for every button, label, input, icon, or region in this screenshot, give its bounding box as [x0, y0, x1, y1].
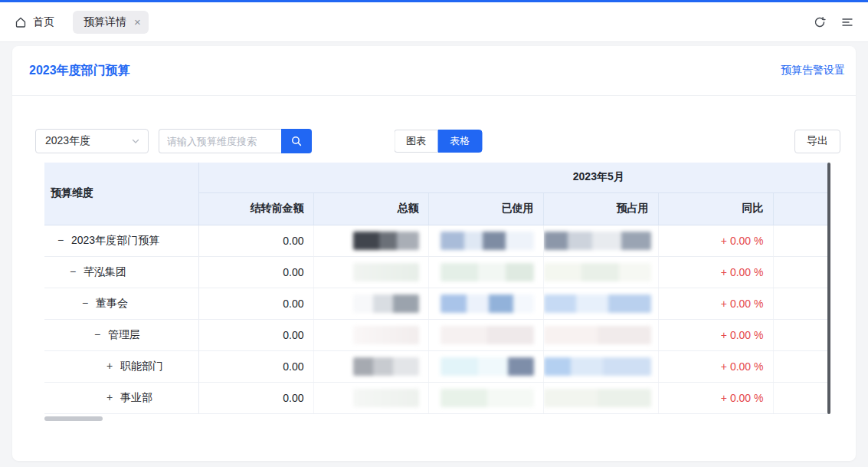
- tab-bar: 首页 预算详情 ×: [0, 2, 868, 42]
- cell-dimension: −2023年度部门预算: [44, 225, 198, 256]
- cell-yoy: + 0.00 %: [658, 319, 773, 350]
- redacted-value: [441, 232, 534, 250]
- redacted-value: [544, 263, 651, 281]
- redacted-value: [544, 232, 651, 250]
- cell-overflow: [773, 350, 830, 382]
- page-title: 2023年度部门预算: [29, 63, 130, 79]
- year-select[interactable]: 2023年度: [35, 129, 149, 153]
- cell-preoccupied-redacted: [543, 382, 658, 413]
- redacted-value: [353, 389, 419, 407]
- col-header-total: 总额: [313, 192, 428, 225]
- redacted-value: [441, 263, 534, 281]
- cell-yoy: + 0.00 %: [658, 382, 773, 413]
- cell-dimension: −芊泓集团: [44, 256, 198, 288]
- collapse-icon[interactable]: −: [55, 234, 66, 246]
- collapse-icon[interactable]: −: [67, 265, 78, 278]
- page-background: 2023年度部门预算 预算告警设置 2023年度 图表: [0, 42, 868, 467]
- cell-dimension: +事业部: [44, 382, 198, 413]
- row-label: 事业部: [120, 391, 152, 403]
- vertical-scrollbar[interactable]: [827, 163, 830, 414]
- close-icon[interactable]: ×: [134, 16, 141, 28]
- cell-total-redacted: [313, 350, 428, 382]
- col-header-period: 2023年5月: [198, 163, 830, 192]
- cell-dimension: +职能部门: [44, 350, 198, 382]
- cell-overflow: [773, 225, 830, 256]
- export-button[interactable]: 导出: [794, 130, 840, 153]
- tab-home[interactable]: 首页: [14, 15, 54, 29]
- table-row: −芊泓集团0.00+ 0.00 %: [44, 256, 830, 288]
- redacted-value: [353, 294, 419, 313]
- cell-used-redacted: [428, 319, 543, 350]
- search-input[interactable]: [159, 129, 281, 153]
- cell-total-redacted: [313, 225, 428, 256]
- cell-used-redacted: [428, 225, 543, 256]
- year-select-value: 2023年度: [45, 134, 90, 148]
- cell-total-redacted: [313, 382, 428, 413]
- expand-icon[interactable]: +: [104, 360, 115, 372]
- refresh-icon[interactable]: [813, 15, 827, 29]
- cell-dimension: −管理层: [44, 319, 198, 350]
- collapse-icon[interactable]: −: [80, 297, 90, 309]
- chevron-down-icon: [131, 136, 140, 146]
- redacted-value: [544, 294, 651, 313]
- horizontal-scrollbar[interactable]: [44, 416, 103, 421]
- row-label: 管理层: [108, 328, 140, 340]
- cell-carry-forward: 0.00: [198, 256, 313, 288]
- cell-dimension: −董事会: [44, 288, 198, 319]
- cell-yoy: + 0.00 %: [658, 350, 773, 382]
- tab-budget-detail[interactable]: 预算详情 ×: [73, 11, 149, 34]
- collapse-icon[interactable]: −: [92, 328, 103, 340]
- cell-used-redacted: [428, 350, 543, 382]
- cell-carry-forward: 0.00: [198, 225, 313, 256]
- redacted-value: [544, 326, 651, 344]
- title-row: 2023年度部门预算 预算告警设置: [12, 46, 856, 95]
- table-row: +职能部门0.00+ 0.00 %: [44, 350, 830, 382]
- cell-carry-forward: 0.00: [198, 288, 313, 319]
- cell-total-redacted: [313, 288, 428, 319]
- table-wrap: 预算维度 2023年5月 结转前金额 总额 已使用 预占用 同比 −2023年度…: [44, 163, 830, 421]
- cell-preoccupied-redacted: [543, 225, 658, 256]
- cell-total-redacted: [313, 256, 428, 288]
- redacted-value: [544, 389, 651, 407]
- budget-card: 2023年度部门预算 预算告警设置 2023年度 图表: [12, 46, 856, 461]
- cell-yoy: + 0.00 %: [658, 225, 773, 256]
- search-icon: [290, 134, 303, 148]
- col-header-used: 已使用: [428, 192, 543, 225]
- tab-budget-detail-label: 预算详情: [84, 15, 126, 29]
- divider: [12, 95, 856, 96]
- cell-used-redacted: [428, 288, 543, 319]
- table-row: +事业部0.00+ 0.00 %: [44, 382, 830, 413]
- search-group: [159, 129, 312, 153]
- col-header-overflow: [773, 192, 830, 225]
- redacted-value: [353, 232, 419, 250]
- cell-carry-forward: 0.00: [198, 319, 313, 350]
- table-row: −2023年度部门预算0.00+ 0.00 %: [44, 225, 830, 256]
- view-chart-button[interactable]: 图表: [394, 130, 437, 153]
- cell-overflow: [773, 319, 830, 350]
- redacted-value: [544, 357, 651, 376]
- col-header-carry-forward: 结转前金额: [198, 192, 313, 225]
- col-header-dimension: 预算维度: [44, 163, 198, 225]
- view-table-button[interactable]: 表格: [437, 130, 482, 153]
- col-header-yoy: 同比: [658, 192, 773, 225]
- home-icon: [14, 15, 28, 29]
- search-button[interactable]: [281, 129, 312, 153]
- table-scroll-area: 预算维度 2023年5月 结转前金额 总额 已使用 预占用 同比 −2023年度…: [44, 163, 830, 414]
- expand-icon[interactable]: +: [104, 391, 115, 403]
- tab-home-label: 首页: [33, 15, 54, 29]
- budget-alert-settings-link[interactable]: 预算告警设置: [781, 64, 845, 77]
- menu-icon[interactable]: [840, 15, 854, 29]
- redacted-value: [353, 326, 419, 344]
- table-header: 预算维度 2023年5月 结转前金额 总额 已使用 预占用 同比: [44, 163, 830, 225]
- row-label: 2023年度部门预算: [71, 234, 159, 246]
- cell-carry-forward: 0.00: [198, 350, 313, 382]
- cell-total-redacted: [313, 319, 428, 350]
- cell-preoccupied-redacted: [543, 256, 658, 288]
- row-label: 董事会: [96, 297, 128, 309]
- cell-used-redacted: [428, 382, 543, 413]
- cell-overflow: [773, 256, 830, 288]
- redacted-value: [441, 389, 534, 407]
- cell-overflow: [773, 382, 830, 413]
- row-label: 职能部门: [120, 360, 163, 372]
- table-row: −管理层0.00+ 0.00 %: [44, 319, 830, 350]
